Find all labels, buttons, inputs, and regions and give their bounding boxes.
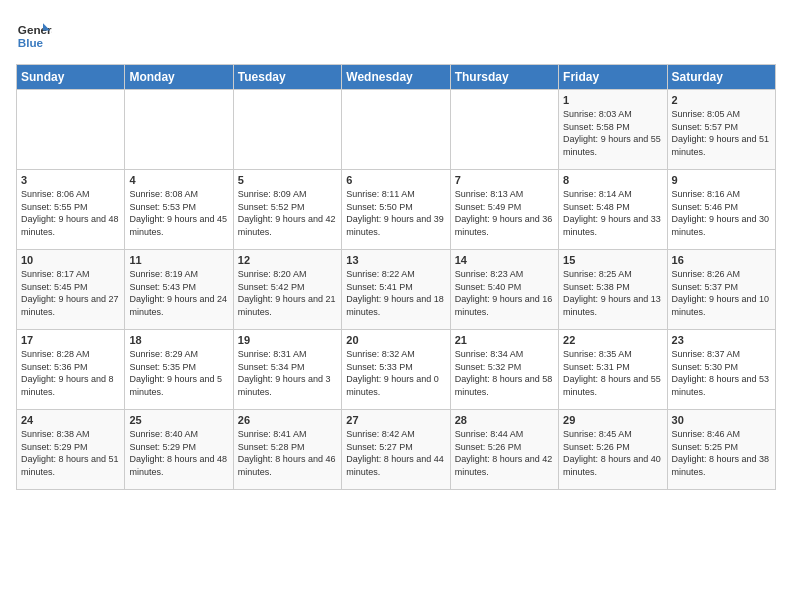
calendar-cell: 3Sunrise: 8:06 AM Sunset: 5:55 PM Daylig… <box>17 170 125 250</box>
logo-icon: General Blue <box>16 16 52 52</box>
calendar-cell <box>233 90 341 170</box>
calendar-cell: 14Sunrise: 8:23 AM Sunset: 5:40 PM Dayli… <box>450 250 558 330</box>
calendar-cell: 2Sunrise: 8:05 AM Sunset: 5:57 PM Daylig… <box>667 90 775 170</box>
calendar-cell: 28Sunrise: 8:44 AM Sunset: 5:26 PM Dayli… <box>450 410 558 490</box>
day-number: 4 <box>129 174 228 186</box>
cell-info: Sunrise: 8:37 AM Sunset: 5:30 PM Dayligh… <box>672 348 771 398</box>
calendar-cell: 9Sunrise: 8:16 AM Sunset: 5:46 PM Daylig… <box>667 170 775 250</box>
svg-text:Blue: Blue <box>18 36 44 49</box>
cell-info: Sunrise: 8:35 AM Sunset: 5:31 PM Dayligh… <box>563 348 662 398</box>
calendar-cell <box>450 90 558 170</box>
cell-info: Sunrise: 8:23 AM Sunset: 5:40 PM Dayligh… <box>455 268 554 318</box>
day-number: 9 <box>672 174 771 186</box>
calendar-table: SundayMondayTuesdayWednesdayThursdayFrid… <box>16 64 776 490</box>
day-number: 23 <box>672 334 771 346</box>
day-number: 14 <box>455 254 554 266</box>
day-number: 28 <box>455 414 554 426</box>
day-number: 25 <box>129 414 228 426</box>
day-number: 6 <box>346 174 445 186</box>
cell-info: Sunrise: 8:44 AM Sunset: 5:26 PM Dayligh… <box>455 428 554 478</box>
calendar-cell: 18Sunrise: 8:29 AM Sunset: 5:35 PM Dayli… <box>125 330 233 410</box>
calendar-cell: 15Sunrise: 8:25 AM Sunset: 5:38 PM Dayli… <box>559 250 667 330</box>
day-number: 1 <box>563 94 662 106</box>
calendar-cell: 27Sunrise: 8:42 AM Sunset: 5:27 PM Dayli… <box>342 410 450 490</box>
cell-info: Sunrise: 8:05 AM Sunset: 5:57 PM Dayligh… <box>672 108 771 158</box>
weekday-header: Monday <box>125 65 233 90</box>
calendar-cell: 7Sunrise: 8:13 AM Sunset: 5:49 PM Daylig… <box>450 170 558 250</box>
cell-info: Sunrise: 8:32 AM Sunset: 5:33 PM Dayligh… <box>346 348 445 398</box>
calendar-cell: 5Sunrise: 8:09 AM Sunset: 5:52 PM Daylig… <box>233 170 341 250</box>
cell-info: Sunrise: 8:46 AM Sunset: 5:25 PM Dayligh… <box>672 428 771 478</box>
calendar-cell: 29Sunrise: 8:45 AM Sunset: 5:26 PM Dayli… <box>559 410 667 490</box>
calendar-cell: 17Sunrise: 8:28 AM Sunset: 5:36 PM Dayli… <box>17 330 125 410</box>
calendar-cell: 24Sunrise: 8:38 AM Sunset: 5:29 PM Dayli… <box>17 410 125 490</box>
cell-info: Sunrise: 8:14 AM Sunset: 5:48 PM Dayligh… <box>563 188 662 238</box>
page-header: General Blue <box>16 16 776 52</box>
calendar-header: SundayMondayTuesdayWednesdayThursdayFrid… <box>17 65 776 90</box>
calendar-cell <box>342 90 450 170</box>
day-number: 18 <box>129 334 228 346</box>
cell-info: Sunrise: 8:20 AM Sunset: 5:42 PM Dayligh… <box>238 268 337 318</box>
calendar-cell: 19Sunrise: 8:31 AM Sunset: 5:34 PM Dayli… <box>233 330 341 410</box>
cell-info: Sunrise: 8:11 AM Sunset: 5:50 PM Dayligh… <box>346 188 445 238</box>
weekday-header: Saturday <box>667 65 775 90</box>
day-number: 15 <box>563 254 662 266</box>
cell-info: Sunrise: 8:31 AM Sunset: 5:34 PM Dayligh… <box>238 348 337 398</box>
calendar-cell: 22Sunrise: 8:35 AM Sunset: 5:31 PM Dayli… <box>559 330 667 410</box>
calendar-cell: 20Sunrise: 8:32 AM Sunset: 5:33 PM Dayli… <box>342 330 450 410</box>
cell-info: Sunrise: 8:19 AM Sunset: 5:43 PM Dayligh… <box>129 268 228 318</box>
calendar-cell: 13Sunrise: 8:22 AM Sunset: 5:41 PM Dayli… <box>342 250 450 330</box>
day-number: 5 <box>238 174 337 186</box>
day-number: 13 <box>346 254 445 266</box>
day-number: 12 <box>238 254 337 266</box>
day-number: 16 <box>672 254 771 266</box>
cell-info: Sunrise: 8:28 AM Sunset: 5:36 PM Dayligh… <box>21 348 120 398</box>
cell-info: Sunrise: 8:16 AM Sunset: 5:46 PM Dayligh… <box>672 188 771 238</box>
day-number: 8 <box>563 174 662 186</box>
logo: General Blue <box>16 16 52 52</box>
calendar-cell: 10Sunrise: 8:17 AM Sunset: 5:45 PM Dayli… <box>17 250 125 330</box>
calendar-cell <box>17 90 125 170</box>
cell-info: Sunrise: 8:17 AM Sunset: 5:45 PM Dayligh… <box>21 268 120 318</box>
day-number: 10 <box>21 254 120 266</box>
calendar-cell <box>125 90 233 170</box>
day-number: 22 <box>563 334 662 346</box>
day-number: 30 <box>672 414 771 426</box>
day-number: 24 <box>21 414 120 426</box>
cell-info: Sunrise: 8:08 AM Sunset: 5:53 PM Dayligh… <box>129 188 228 238</box>
cell-info: Sunrise: 8:26 AM Sunset: 5:37 PM Dayligh… <box>672 268 771 318</box>
calendar-cell: 23Sunrise: 8:37 AM Sunset: 5:30 PM Dayli… <box>667 330 775 410</box>
calendar-cell: 6Sunrise: 8:11 AM Sunset: 5:50 PM Daylig… <box>342 170 450 250</box>
calendar-cell: 30Sunrise: 8:46 AM Sunset: 5:25 PM Dayli… <box>667 410 775 490</box>
cell-info: Sunrise: 8:22 AM Sunset: 5:41 PM Dayligh… <box>346 268 445 318</box>
cell-info: Sunrise: 8:41 AM Sunset: 5:28 PM Dayligh… <box>238 428 337 478</box>
calendar-cell: 21Sunrise: 8:34 AM Sunset: 5:32 PM Dayli… <box>450 330 558 410</box>
day-number: 11 <box>129 254 228 266</box>
weekday-header: Sunday <box>17 65 125 90</box>
cell-info: Sunrise: 8:29 AM Sunset: 5:35 PM Dayligh… <box>129 348 228 398</box>
day-number: 21 <box>455 334 554 346</box>
calendar-cell: 8Sunrise: 8:14 AM Sunset: 5:48 PM Daylig… <box>559 170 667 250</box>
weekday-header: Thursday <box>450 65 558 90</box>
calendar-body: 1Sunrise: 8:03 AM Sunset: 5:58 PM Daylig… <box>17 90 776 490</box>
day-number: 26 <box>238 414 337 426</box>
day-number: 20 <box>346 334 445 346</box>
calendar-cell: 26Sunrise: 8:41 AM Sunset: 5:28 PM Dayli… <box>233 410 341 490</box>
day-number: 19 <box>238 334 337 346</box>
calendar-cell: 1Sunrise: 8:03 AM Sunset: 5:58 PM Daylig… <box>559 90 667 170</box>
calendar-cell: 25Sunrise: 8:40 AM Sunset: 5:29 PM Dayli… <box>125 410 233 490</box>
cell-info: Sunrise: 8:13 AM Sunset: 5:49 PM Dayligh… <box>455 188 554 238</box>
day-number: 2 <box>672 94 771 106</box>
cell-info: Sunrise: 8:34 AM Sunset: 5:32 PM Dayligh… <box>455 348 554 398</box>
weekday-header: Friday <box>559 65 667 90</box>
day-number: 29 <box>563 414 662 426</box>
day-number: 27 <box>346 414 445 426</box>
calendar-cell: 4Sunrise: 8:08 AM Sunset: 5:53 PM Daylig… <box>125 170 233 250</box>
cell-info: Sunrise: 8:09 AM Sunset: 5:52 PM Dayligh… <box>238 188 337 238</box>
cell-info: Sunrise: 8:38 AM Sunset: 5:29 PM Dayligh… <box>21 428 120 478</box>
cell-info: Sunrise: 8:45 AM Sunset: 5:26 PM Dayligh… <box>563 428 662 478</box>
cell-info: Sunrise: 8:42 AM Sunset: 5:27 PM Dayligh… <box>346 428 445 478</box>
weekday-header: Tuesday <box>233 65 341 90</box>
calendar-cell: 16Sunrise: 8:26 AM Sunset: 5:37 PM Dayli… <box>667 250 775 330</box>
day-number: 17 <box>21 334 120 346</box>
